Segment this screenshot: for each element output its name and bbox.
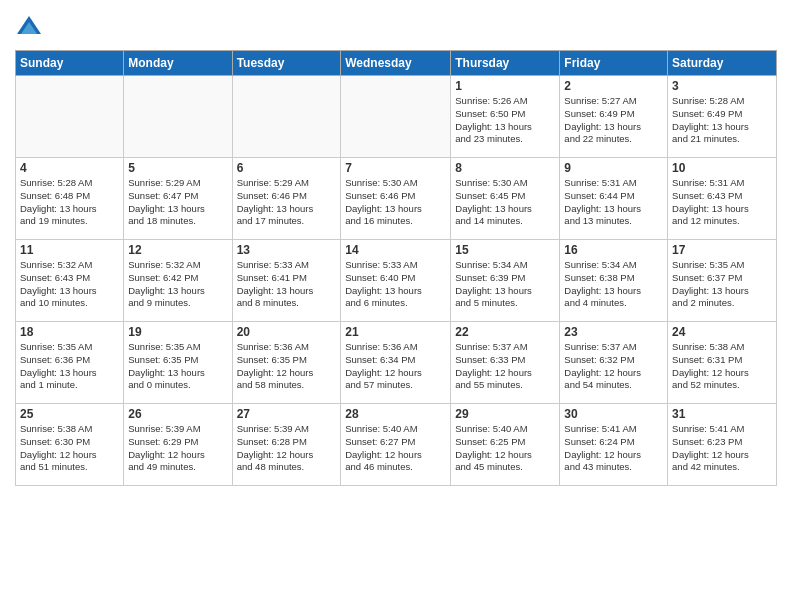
cell-content: Sunrise: 5:34 AM Sunset: 6:38 PM Dayligh…	[564, 259, 663, 310]
day-number: 6	[237, 161, 337, 175]
cell-content: Sunrise: 5:29 AM Sunset: 6:46 PM Dayligh…	[237, 177, 337, 228]
logo-icon	[15, 14, 43, 42]
calendar-cell: 31Sunrise: 5:41 AM Sunset: 6:23 PM Dayli…	[668, 404, 777, 486]
calendar-header-friday: Friday	[560, 51, 668, 76]
cell-content: Sunrise: 5:35 AM Sunset: 6:36 PM Dayligh…	[20, 341, 119, 392]
day-number: 17	[672, 243, 772, 257]
calendar-cell: 26Sunrise: 5:39 AM Sunset: 6:29 PM Dayli…	[124, 404, 232, 486]
day-number: 26	[128, 407, 227, 421]
day-number: 23	[564, 325, 663, 339]
calendar-cell: 7Sunrise: 5:30 AM Sunset: 6:46 PM Daylig…	[341, 158, 451, 240]
calendar-cell: 17Sunrise: 5:35 AM Sunset: 6:37 PM Dayli…	[668, 240, 777, 322]
day-number: 24	[672, 325, 772, 339]
day-number: 29	[455, 407, 555, 421]
calendar-header-monday: Monday	[124, 51, 232, 76]
calendar-cell: 28Sunrise: 5:40 AM Sunset: 6:27 PM Dayli…	[341, 404, 451, 486]
calendar-cell: 6Sunrise: 5:29 AM Sunset: 6:46 PM Daylig…	[232, 158, 341, 240]
cell-content: Sunrise: 5:28 AM Sunset: 6:49 PM Dayligh…	[672, 95, 772, 146]
calendar-cell: 15Sunrise: 5:34 AM Sunset: 6:39 PM Dayli…	[451, 240, 560, 322]
calendar-week-4: 18Sunrise: 5:35 AM Sunset: 6:36 PM Dayli…	[16, 322, 777, 404]
cell-content: Sunrise: 5:35 AM Sunset: 6:35 PM Dayligh…	[128, 341, 227, 392]
day-number: 4	[20, 161, 119, 175]
calendar-cell: 4Sunrise: 5:28 AM Sunset: 6:48 PM Daylig…	[16, 158, 124, 240]
calendar-cell: 20Sunrise: 5:36 AM Sunset: 6:35 PM Dayli…	[232, 322, 341, 404]
calendar-cell	[124, 76, 232, 158]
day-number: 18	[20, 325, 119, 339]
calendar-cell: 12Sunrise: 5:32 AM Sunset: 6:42 PM Dayli…	[124, 240, 232, 322]
calendar-cell	[232, 76, 341, 158]
day-number: 10	[672, 161, 772, 175]
cell-content: Sunrise: 5:38 AM Sunset: 6:30 PM Dayligh…	[20, 423, 119, 474]
calendar-cell: 1Sunrise: 5:26 AM Sunset: 6:50 PM Daylig…	[451, 76, 560, 158]
day-number: 21	[345, 325, 446, 339]
day-number: 11	[20, 243, 119, 257]
cell-content: Sunrise: 5:37 AM Sunset: 6:32 PM Dayligh…	[564, 341, 663, 392]
calendar-header-tuesday: Tuesday	[232, 51, 341, 76]
cell-content: Sunrise: 5:31 AM Sunset: 6:44 PM Dayligh…	[564, 177, 663, 228]
calendar-cell: 5Sunrise: 5:29 AM Sunset: 6:47 PM Daylig…	[124, 158, 232, 240]
day-number: 14	[345, 243, 446, 257]
calendar-cell: 13Sunrise: 5:33 AM Sunset: 6:41 PM Dayli…	[232, 240, 341, 322]
day-number: 22	[455, 325, 555, 339]
calendar-header-sunday: Sunday	[16, 51, 124, 76]
cell-content: Sunrise: 5:33 AM Sunset: 6:40 PM Dayligh…	[345, 259, 446, 310]
calendar-week-3: 11Sunrise: 5:32 AM Sunset: 6:43 PM Dayli…	[16, 240, 777, 322]
cell-content: Sunrise: 5:35 AM Sunset: 6:37 PM Dayligh…	[672, 259, 772, 310]
cell-content: Sunrise: 5:40 AM Sunset: 6:25 PM Dayligh…	[455, 423, 555, 474]
calendar-week-1: 1Sunrise: 5:26 AM Sunset: 6:50 PM Daylig…	[16, 76, 777, 158]
calendar-cell: 2Sunrise: 5:27 AM Sunset: 6:49 PM Daylig…	[560, 76, 668, 158]
calendar-cell: 11Sunrise: 5:32 AM Sunset: 6:43 PM Dayli…	[16, 240, 124, 322]
cell-content: Sunrise: 5:41 AM Sunset: 6:23 PM Dayligh…	[672, 423, 772, 474]
calendar-table: SundayMondayTuesdayWednesdayThursdayFrid…	[15, 50, 777, 486]
cell-content: Sunrise: 5:37 AM Sunset: 6:33 PM Dayligh…	[455, 341, 555, 392]
cell-content: Sunrise: 5:39 AM Sunset: 6:29 PM Dayligh…	[128, 423, 227, 474]
day-number: 25	[20, 407, 119, 421]
calendar-cell: 8Sunrise: 5:30 AM Sunset: 6:45 PM Daylig…	[451, 158, 560, 240]
day-number: 13	[237, 243, 337, 257]
cell-content: Sunrise: 5:33 AM Sunset: 6:41 PM Dayligh…	[237, 259, 337, 310]
calendar-cell: 19Sunrise: 5:35 AM Sunset: 6:35 PM Dayli…	[124, 322, 232, 404]
calendar-cell: 24Sunrise: 5:38 AM Sunset: 6:31 PM Dayli…	[668, 322, 777, 404]
cell-content: Sunrise: 5:30 AM Sunset: 6:45 PM Dayligh…	[455, 177, 555, 228]
day-number: 31	[672, 407, 772, 421]
calendar-week-5: 25Sunrise: 5:38 AM Sunset: 6:30 PM Dayli…	[16, 404, 777, 486]
calendar-header-thursday: Thursday	[451, 51, 560, 76]
cell-content: Sunrise: 5:40 AM Sunset: 6:27 PM Dayligh…	[345, 423, 446, 474]
calendar-cell	[16, 76, 124, 158]
calendar-cell: 3Sunrise: 5:28 AM Sunset: 6:49 PM Daylig…	[668, 76, 777, 158]
calendar-cell: 14Sunrise: 5:33 AM Sunset: 6:40 PM Dayli…	[341, 240, 451, 322]
cell-content: Sunrise: 5:32 AM Sunset: 6:42 PM Dayligh…	[128, 259, 227, 310]
calendar-cell: 10Sunrise: 5:31 AM Sunset: 6:43 PM Dayli…	[668, 158, 777, 240]
cell-content: Sunrise: 5:30 AM Sunset: 6:46 PM Dayligh…	[345, 177, 446, 228]
day-number: 28	[345, 407, 446, 421]
day-number: 3	[672, 79, 772, 93]
cell-content: Sunrise: 5:26 AM Sunset: 6:50 PM Dayligh…	[455, 95, 555, 146]
cell-content: Sunrise: 5:41 AM Sunset: 6:24 PM Dayligh…	[564, 423, 663, 474]
page-container: SundayMondayTuesdayWednesdayThursdayFrid…	[0, 0, 792, 612]
calendar-cell: 16Sunrise: 5:34 AM Sunset: 6:38 PM Dayli…	[560, 240, 668, 322]
calendar-cell: 27Sunrise: 5:39 AM Sunset: 6:28 PM Dayli…	[232, 404, 341, 486]
cell-content: Sunrise: 5:36 AM Sunset: 6:34 PM Dayligh…	[345, 341, 446, 392]
calendar-cell: 9Sunrise: 5:31 AM Sunset: 6:44 PM Daylig…	[560, 158, 668, 240]
day-number: 27	[237, 407, 337, 421]
day-number: 16	[564, 243, 663, 257]
day-number: 19	[128, 325, 227, 339]
cell-content: Sunrise: 5:34 AM Sunset: 6:39 PM Dayligh…	[455, 259, 555, 310]
day-number: 30	[564, 407, 663, 421]
cell-content: Sunrise: 5:39 AM Sunset: 6:28 PM Dayligh…	[237, 423, 337, 474]
calendar-cell: 21Sunrise: 5:36 AM Sunset: 6:34 PM Dayli…	[341, 322, 451, 404]
calendar-cell: 30Sunrise: 5:41 AM Sunset: 6:24 PM Dayli…	[560, 404, 668, 486]
logo	[15, 14, 47, 42]
calendar-cell: 18Sunrise: 5:35 AM Sunset: 6:36 PM Dayli…	[16, 322, 124, 404]
day-number: 8	[455, 161, 555, 175]
calendar-cell: 25Sunrise: 5:38 AM Sunset: 6:30 PM Dayli…	[16, 404, 124, 486]
day-number: 9	[564, 161, 663, 175]
page-header	[15, 10, 777, 42]
calendar-cell: 23Sunrise: 5:37 AM Sunset: 6:32 PM Dayli…	[560, 322, 668, 404]
day-number: 5	[128, 161, 227, 175]
day-number: 7	[345, 161, 446, 175]
cell-content: Sunrise: 5:38 AM Sunset: 6:31 PM Dayligh…	[672, 341, 772, 392]
calendar-cell	[341, 76, 451, 158]
calendar-header-wednesday: Wednesday	[341, 51, 451, 76]
cell-content: Sunrise: 5:31 AM Sunset: 6:43 PM Dayligh…	[672, 177, 772, 228]
